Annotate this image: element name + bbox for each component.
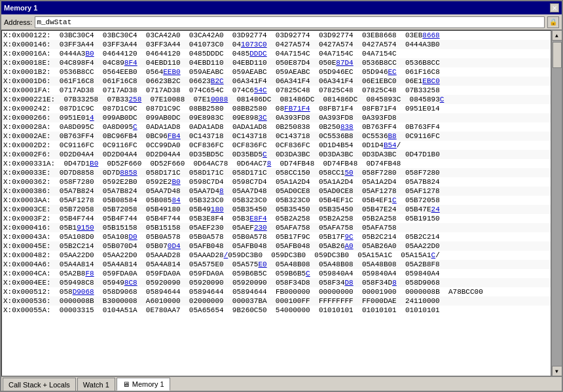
- table-row: X:0x0004A6: 05A4A814 05A4A814 05A4A814 0…: [2, 260, 551, 269]
- tab-memory1-label: Memory 1: [132, 380, 164, 388]
- highlight-span: 9C: [345, 233, 354, 241]
- table-row: X:0x00043A: 05A108D0 05A108D0 05B0A578 0…: [2, 232, 551, 241]
- table-row: X:0x000536: 0000008B B3000008 A6010000 0…: [2, 296, 551, 306]
- highlight-span: 24: [431, 205, 440, 213]
- content-area: X:0x000122: 03BC30C4 03BC30C4 03CA42A0 0…: [1, 30, 562, 376]
- table-row: X:0x000266: 0951E014 099AB0DC 099AB0DC 0…: [2, 113, 551, 122]
- title-bar: Memory 1 ✕: [1, 1, 562, 14]
- close-button[interactable]: ✕: [550, 3, 559, 12]
- highlight-span: 50: [345, 169, 354, 177]
- highlight-span: 0088: [211, 96, 228, 103]
- highlight-span: 9150: [77, 224, 94, 232]
- table-row: X:0x0001FA: 0717AD38 0717AD38 0717AD38 0…: [2, 86, 551, 95]
- table-row: X:0x000416: 05B19150 05B15158 05B15158 0…: [2, 223, 551, 232]
- table-row: X:0x000242: 087D1C9C 087D1C9C 087D1C9C 0…: [2, 104, 551, 113]
- highlight-span: FB71F4: [284, 105, 310, 113]
- highlight-span: A0: [345, 242, 354, 250]
- address-input[interactable]: [35, 16, 545, 28]
- tab-watch1-label: Watch 1: [83, 381, 109, 389]
- scroll-down-button[interactable]: ▼: [552, 366, 562, 376]
- tab-memory1-icon: 🖥: [122, 380, 130, 388]
- highlight-span: 87D4: [336, 59, 353, 67]
- scrollbar[interactable]: ▲ ▼: [551, 30, 562, 376]
- highlight-span: E0: [258, 260, 266, 268]
- window-title: Memory 1: [4, 4, 37, 12]
- highlight-span: 54C: [254, 86, 267, 94]
- memory-table: X:0x000122: 03BC30C4 03BC30C4 03CA42A0 0…: [1, 30, 551, 376]
- table-row: X:0x000331A: 0D47D1B0 0D52F660 0D52F660 …: [2, 159, 551, 168]
- highlight-span: C: [306, 270, 310, 277]
- highlight-span: 258: [128, 96, 141, 103]
- table-row: X:0x000386: 05A7B824 05A7B824 05AA7D48 0…: [2, 187, 551, 196]
- table-row: X:0x0002F6: 0D2D04A4 0D2D04A4 0D2D04A4 0…: [2, 150, 551, 159]
- memory-window: Memory 1 ✕ Address: 🔒 X:0x000122: 03BC30…: [0, 0, 563, 392]
- highlight-span: EC: [388, 68, 397, 76]
- highlight-span: B0: [172, 178, 180, 186]
- scroll-track[interactable]: [552, 41, 562, 366]
- highlight-span: FB4: [168, 132, 181, 140]
- highlight-span: 8F4: [124, 59, 137, 67]
- highlight-span: 1073C0: [241, 41, 267, 48]
- highlight-span: DDDC: [249, 50, 266, 58]
- highlight-span: B54: [384, 141, 397, 149]
- table-row: X:0x0004CA: 05A2B8F8 059FDA0A 059FDA0A 0…: [2, 269, 551, 278]
- highlight-span: 838: [340, 123, 354, 131]
- tab-callstack[interactable]: Call Stack + Locals: [3, 378, 76, 391]
- highlight-span: 8858: [120, 169, 137, 177]
- table-row: X:0x000362: 058F7280 0592E2B0 0592E2B0 0…: [2, 177, 551, 187]
- highlight-span: 8: [267, 160, 272, 168]
- table-row: X:0x0001B2: 0536B8CC 0564EEB0 0564EEB0 0…: [2, 67, 551, 77]
- highlight-span: 230: [254, 224, 267, 232]
- table-row: X:0x000512: 058D9068 058D9068 05894644 0…: [2, 287, 551, 296]
- highlight-span: E8F4: [249, 215, 266, 223]
- address-bar: Address: 🔒: [1, 14, 562, 30]
- table-row: X:0x0001D6: 061F16C8 061F16C8 06623B2C 0…: [2, 77, 551, 86]
- lock-button[interactable]: 🔒: [547, 16, 559, 28]
- highlight-span: C: [133, 123, 137, 131]
- table-row: X:0x0002D2: 0C9116FC 0C9116FC 0CC99DA0 0…: [2, 141, 551, 150]
- highlight-span: EEB0: [163, 68, 180, 76]
- table-row: X:0x00033E: 0D7D8858 0D7D8858 058D171C 0…: [2, 168, 551, 177]
- highlight-span: 3C: [258, 114, 266, 122]
- highlight-span: C: [431, 251, 436, 259]
- tab-watch1[interactable]: Watch 1: [77, 378, 115, 391]
- table-row: X:0x00028A: 0A8D095C 0A8D095C 0ADA1AD8 0…: [2, 122, 551, 132]
- highlight-span: 0D4: [168, 242, 181, 250]
- highlight-span: D9068: [73, 288, 94, 296]
- table-row: X:0x000221E: 07B33258 07B33258 07E10088 …: [2, 95, 551, 104]
- address-label: Address:: [4, 18, 32, 26]
- highlight-span: C: [440, 96, 445, 103]
- scroll-up-button[interactable]: ▲: [552, 30, 562, 41]
- scroll-thumb[interactable]: [553, 42, 562, 68]
- highlight-span: 8C8: [124, 279, 137, 287]
- tab-callstack-label: Call Stack + Locals: [9, 381, 70, 389]
- highlight-span: /: [224, 251, 228, 259]
- highlight-span: D8: [345, 279, 354, 287]
- highlight-span: EBC0: [422, 77, 439, 85]
- highlight-span: 180: [211, 205, 224, 213]
- highlight-span: C: [263, 151, 267, 158]
- highlight-span: B2C: [211, 77, 224, 85]
- tab-memory1[interactable]: 🖥 Memory 1: [117, 378, 170, 391]
- table-row: X:0x00055A: 00003315 0104A51A 0E780AA7 0…: [2, 306, 551, 315]
- table-row: X:0x0002AE: 0B763FF4 0BC96FB4 0BC96FB4 0…: [2, 132, 551, 141]
- highlight-span: B0: [85, 50, 94, 58]
- table-row: X:0x00045E: 05B2C214 05B070D4 05B070D4 0…: [2, 241, 551, 251]
- table-row: X:0x0003AA: 05AF1278 05B08584 05B08584 0…: [2, 196, 551, 205]
- table-row: X:0x000482: 05AA22D0 05AA22D0 05AAAD28 0…: [2, 251, 551, 260]
- highlight-span: F8: [85, 270, 94, 277]
- table-row: X:0x0003F2: 05B4F744 05B4F744 05B4F744 0…: [2, 214, 551, 223]
- table-row: X:0x00018E: 04C898F4 04C898F4 04EBD110 0…: [2, 58, 551, 67]
- table-row: X:0x0003CE: 05B72058 05B72058 05B49180 0…: [2, 205, 551, 214]
- highlight-span: B8: [388, 132, 397, 140]
- highlight-span: C: [392, 196, 397, 204]
- table-row: X:0x000122: 03BC30C4 03BC30C4 03CA42A0 0…: [2, 31, 551, 40]
- highlight-span: 8: [392, 279, 397, 287]
- highlight-span: B0: [90, 160, 98, 168]
- table-row: X:0x00016A: 0444A3B0 04644120 04644120 0…: [2, 49, 551, 58]
- table-row: X:0x0004EE: 059498C8 059498C8 05920090 0…: [2, 278, 551, 287]
- highlight-span: 8: [219, 187, 224, 195]
- tabs-bar: Call Stack + Locals Watch 1 🖥 Memory 1: [1, 376, 562, 391]
- highlight-span: 8668: [422, 31, 439, 39]
- highlight-span: 84: [172, 196, 180, 204]
